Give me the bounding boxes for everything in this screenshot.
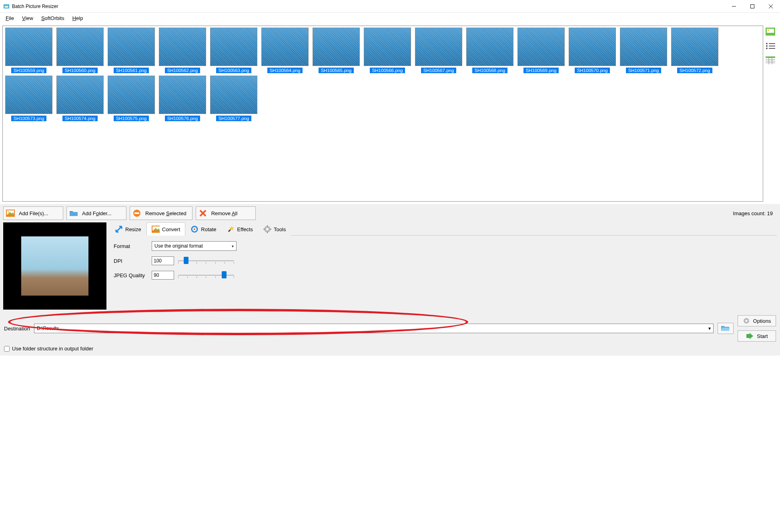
svg-rect-27: [134, 212, 139, 214]
thumbnail-item[interactable]: SH100573.png: [4, 76, 53, 121]
tab-tools[interactable]: Tools: [258, 222, 291, 236]
thumbnail-image: [620, 28, 667, 66]
minimize-button[interactable]: [725, 0, 743, 12]
add-files-button[interactable]: Add File(s)...: [3, 206, 63, 220]
tab-effects[interactable]: Effects: [222, 222, 259, 236]
thumbnail-label: SH100565.png: [319, 68, 354, 73]
svg-point-37: [266, 228, 269, 230]
thumbnail-label: SH100577.png: [216, 116, 252, 121]
close-button[interactable]: [762, 0, 780, 12]
thumbnail-image: [569, 28, 616, 66]
svg-point-14: [766, 48, 768, 49]
convert-icon: [152, 225, 160, 233]
thumbnail-image: [261, 28, 309, 66]
view-mode-toolbar: [763, 26, 778, 202]
view-thumbnails-icon[interactable]: [765, 27, 776, 36]
thumbnail-label: SH100568.png: [472, 68, 508, 73]
thumbnail-item[interactable]: SH100560.png: [56, 28, 104, 73]
thumbnail-image: [466, 28, 513, 66]
menu-softorbits[interactable]: SoftOrbits: [37, 14, 68, 22]
format-value: Use the original format: [154, 243, 203, 249]
thumbnail-label: SH100567.png: [421, 68, 457, 73]
app-icon: [3, 3, 10, 10]
start-label: Start: [757, 333, 768, 339]
thumbnail-item[interactable]: SH100577.png: [209, 76, 258, 121]
thumbnail-image: [517, 28, 565, 66]
svg-point-43: [745, 320, 747, 322]
thumbnail-item[interactable]: SH100562.png: [158, 28, 207, 73]
format-combo[interactable]: Use the original format ▾: [152, 241, 237, 251]
browse-folder-button[interactable]: [718, 323, 734, 334]
options-button[interactable]: Options: [738, 315, 776, 326]
tab-rotate[interactable]: Rotate: [185, 222, 221, 236]
menu-view[interactable]: View: [18, 14, 37, 22]
thumbnail-image: [5, 76, 52, 114]
thumbnail-item[interactable]: SH100575.png: [107, 76, 156, 121]
jpeg-quality-slider[interactable]: [178, 271, 234, 279]
maximize-button[interactable]: [743, 0, 762, 12]
thumbnail-label: SH100564.png: [267, 68, 303, 73]
thumbnail-item[interactable]: SH100564.png: [261, 28, 309, 73]
format-label: Format: [114, 243, 148, 249]
thumbnail-item[interactable]: SH100576.png: [158, 76, 207, 121]
svg-point-24: [8, 211, 9, 213]
dpi-label: DPI: [114, 258, 148, 264]
view-details-icon[interactable]: [765, 56, 776, 65]
remove-all-icon: [199, 209, 207, 218]
thumbnail-label: SH100569.png: [523, 68, 559, 73]
menu-help[interactable]: Help: [68, 14, 87, 22]
tab-convert[interactable]: Convert: [146, 222, 186, 236]
destination-combo[interactable]: D:\Results ▾: [34, 324, 714, 333]
remove-selected-label: Remove Selected: [145, 210, 186, 216]
thumbnail-label: SH100560.png: [62, 68, 98, 73]
thumbnail-label: SH100563.png: [216, 68, 252, 73]
tab-resize[interactable]: Resize: [110, 222, 146, 236]
tab-resize-label: Resize: [125, 226, 141, 232]
jpeg-quality-input[interactable]: [152, 271, 174, 280]
use-folder-structure-checkbox[interactable]: [4, 346, 10, 352]
rotate-icon: [190, 225, 199, 233]
add-files-label: Add File(s)...: [19, 210, 48, 216]
thumbnail-item[interactable]: SH100570.png: [568, 28, 617, 73]
thumbnail-image: [210, 76, 257, 114]
gear-icon: [743, 317, 750, 324]
thumbnail-item[interactable]: SH100561.png: [107, 28, 156, 73]
add-folder-button[interactable]: Add Folder...: [66, 206, 126, 220]
start-button[interactable]: Start: [738, 330, 776, 342]
thumbnail-label: SH100562.png: [165, 68, 201, 73]
titlebar: Batch Picture Resizer: [0, 0, 780, 13]
tab-effects-label: Effects: [237, 226, 253, 232]
images-count-label: Images count: 19: [733, 210, 777, 216]
menu-file[interactable]: File: [2, 14, 18, 22]
thumbnail-item[interactable]: SH100572.png: [670, 28, 719, 73]
thumbnails-panel[interactable]: SH100559.pngSH100560.pngSH100561.pngSH10…: [2, 26, 763, 202]
menubar: File View SoftOrbits Help: [0, 13, 780, 23]
view-list-icon[interactable]: [765, 42, 776, 50]
thumbnail-item[interactable]: SH100569.png: [517, 28, 565, 73]
thumbnail-item[interactable]: SH100568.png: [465, 28, 514, 73]
chevron-down-icon: ▾: [232, 244, 234, 248]
thumbnail-image: [159, 28, 206, 66]
dpi-slider[interactable]: [178, 257, 234, 265]
image-icon: [6, 209, 15, 218]
thumbnail-item[interactable]: SH100563.png: [209, 28, 258, 73]
thumbnail-item[interactable]: SH100574.png: [56, 76, 104, 121]
resize-icon: [115, 225, 123, 233]
thumbnail-image: [108, 28, 155, 66]
tools-icon: [263, 225, 271, 233]
dpi-input[interactable]: [152, 256, 174, 265]
thumbnail-item[interactable]: SH100566.png: [363, 28, 412, 73]
thumbnail-label: SH100566.png: [370, 68, 405, 73]
thumbnail-label: SH100576.png: [165, 116, 201, 121]
thumbnail-image: [671, 28, 718, 66]
remove-all-button[interactable]: Remove All: [196, 206, 256, 220]
thumbnail-image: [5, 28, 52, 66]
thumbnail-item[interactable]: SH100565.png: [312, 28, 361, 73]
thumbnail-item[interactable]: SH100559.png: [4, 28, 53, 73]
remove-selected-button[interactable]: Remove Selected: [130, 206, 192, 220]
actions-row: Add File(s)... Add Folder... Remove Sele…: [0, 204, 780, 222]
thumbnail-item[interactable]: SH100567.png: [414, 28, 463, 73]
thumbnail-item[interactable]: SH100571.png: [619, 28, 668, 73]
svg-rect-16: [766, 56, 775, 58]
remove-all-label: Remove All: [211, 210, 238, 216]
